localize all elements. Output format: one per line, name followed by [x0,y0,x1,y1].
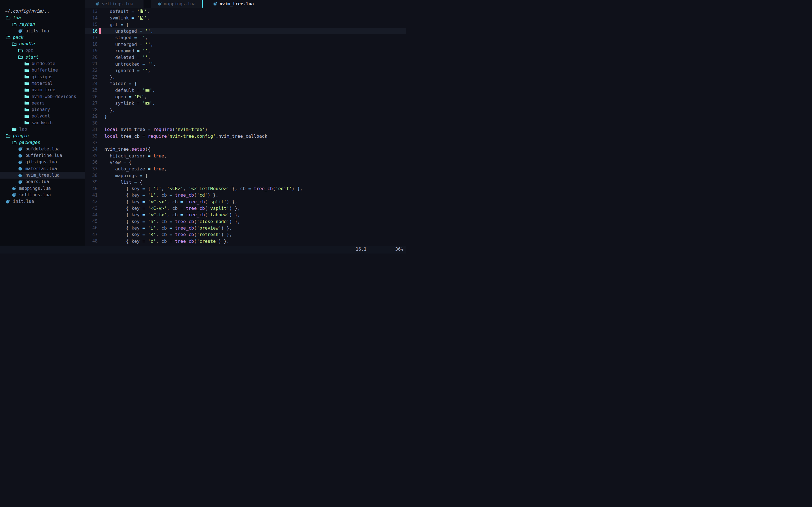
nvim-window: ~/.config/nvim/.. luareyhanutils.luapack… [0,0,406,253]
tree-item-nvim-tree[interactable]: nvim-tree [0,87,85,93]
code-line-44[interactable]: 44 { key = '<C-t>', cb = tree_cb('tabnew… [85,212,406,218]
tree-item-init.lua[interactable]: init.lua [0,198,85,205]
code-line-13[interactable]: 13 default = '', [85,8,406,15]
code-line-26[interactable]: 26 open = '', [85,94,406,100]
tree-item-bufferline.lua[interactable]: bufferline.lua [0,152,85,159]
code-line-34[interactable]: 34nvim_tree.setup({ [85,146,406,152]
code-text: list = { [104,179,406,185]
folder-symlink-icon [145,101,150,105]
tree-item-label: material.lua [26,166,57,171]
code-line-47[interactable]: 47 { key = 'R', cb = tree_cb('refresh') … [85,231,406,238]
tree-item-bufdelete.lua[interactable]: bufdelete.lua [0,146,85,152]
code-line-29[interactable]: 29} [85,113,406,120]
code-line-46[interactable]: 46 { key = 'i', cb = tree_cb('preview') … [85,225,406,231]
code-editor[interactable]: 13 default = '',14 symlink = '',15 git =… [85,8,406,245]
line-number: 28 [85,107,98,112]
tree-item-bufdelete[interactable]: bufdelete [0,60,85,67]
tab-nvim_tree.lua[interactable]: nvim_tree.lua [203,0,264,8]
code-text: git = { [104,22,406,27]
code-line-33[interactable]: 33 [85,139,406,146]
code-line-36[interactable]: 36 view = { [85,159,406,166]
code-line-15[interactable]: 15 git = { [85,21,406,28]
code-line-24[interactable]: 24 folder = { [85,80,406,87]
code-line-30[interactable]: 30 [85,120,406,126]
tree-item-gitsigns[interactable]: gitsigns [0,73,85,80]
code-text: { key = 'c', cb = tree_cb('create') }, [104,238,406,244]
code-line-32[interactable]: 32local tree_cb = require'nvim-tree.conf… [85,133,406,139]
tree-item-material.lua[interactable]: material.lua [0,165,85,172]
folder-open-icon [12,140,17,145]
code-text: }, [104,74,406,80]
code-text: { key = '<C-s>', cb = tree_cb('split') }… [104,199,406,205]
code-line-14[interactable]: 14 symlink = '', [85,15,406,21]
tree-item-bufferline[interactable]: bufferline [0,67,85,73]
folder-open-icon [6,15,10,20]
code-line-48[interactable]: 48 { key = 'c', cb = tree_cb('create') }… [85,238,406,244]
statusline: 16,1 36% [0,245,406,253]
tree-item-utils.lua[interactable]: utils.lua [0,27,85,34]
line-number: 32 [85,133,98,138]
code-line-27[interactable]: 27 symlink = '', [85,100,406,107]
line-number: 41 [85,193,98,198]
tree-item-sandwich[interactable]: sandwich [0,119,85,126]
code-line-41[interactable]: 41 { key = 'L', cb = tree_cb('cd') }, [85,192,406,198]
tree-item-polygot[interactable]: polygot [0,113,85,119]
folder-closed-icon [24,114,29,119]
tree-item-nvim-web-devicons[interactable]: nvim-web-devicons [0,93,85,100]
tree-item-label: gitsigns.lua [26,159,57,165]
code-line-43[interactable]: 43 { key = '<C-v>', cb = tree_cb('vsplit… [85,205,406,212]
tree-item-label: lab [19,127,27,132]
code-line-42[interactable]: 42 { key = '<C-s>', cb = tree_cb('split'… [85,199,406,205]
tab-bar: settings.luamappings.lua nvim_tree.lua [85,0,406,8]
code-line-19[interactable]: 19 renamed = '', [85,48,406,54]
tab-mappings.lua[interactable]: mappings.lua [151,0,202,8]
code-text: nvim_tree.setup({ [104,147,406,152]
code-line-16[interactable]: 16 unstaged = '', [85,28,406,34]
tree-item-nvim_tree.lua[interactable]: nvim_tree.lua [0,172,85,178]
tree-item-plenary[interactable]: plenary [0,106,85,113]
tree-item-bundle[interactable]: bundle [0,41,85,47]
tree-item-material[interactable]: material [0,80,85,87]
folder-open-icon [12,22,17,27]
folder-open-icon [6,35,10,40]
code-line-20[interactable]: 20 deleted = '', [85,54,406,61]
code-line-40[interactable]: 40 { key = { 'l', '<CR>', '<2-LeftMouse>… [85,185,406,192]
tree-item-opt[interactable]: opt [0,47,85,54]
tree-item-plugin[interactable]: plugin [0,133,85,139]
code-line-28[interactable]: 28 }, [85,107,406,113]
folder-closed-icon [24,94,29,99]
tree-item-lab[interactable]: lab [0,126,85,132]
code-line-17[interactable]: 17 staged = '', [85,34,406,41]
tree-item-settings.lua[interactable]: settings.lua [0,191,85,198]
code-text: default = '', [104,88,406,93]
tree-item-pears.lua[interactable]: pears.lua [0,179,85,185]
code-text: hijack_cursor = true, [104,153,406,159]
code-line-39[interactable]: 39 list = { [85,179,406,185]
tree-item-start[interactable]: start [0,54,85,60]
tree-item-mappings.lua[interactable]: mappings.lua [0,185,85,191]
tree-item-pears[interactable]: pears [0,100,85,106]
code-line-38[interactable]: 38 mappings = { [85,172,406,179]
code-line-37[interactable]: 37 auto_resize = true, [85,166,406,172]
tree-item-packages[interactable]: packages [0,139,85,146]
code-line-18[interactable]: 18 unmerged = '', [85,41,406,47]
lua-file-icon [12,192,17,197]
code-line-21[interactable]: 21 untracked = '', [85,61,406,67]
tree-item-label: bundle [19,41,35,47]
tree-item-gitsigns.lua[interactable]: gitsigns.lua [0,159,85,165]
code-line-23[interactable]: 23 }, [85,74,406,80]
code-text: folder = { [104,81,406,86]
code-line-25[interactable]: 25 default = '', [85,87,406,94]
tree-item-pack[interactable]: pack [0,34,85,41]
tab-settings.lua[interactable]: settings.lua [85,0,144,8]
code-line-31[interactable]: 31local nvim_tree = require('nvim-tree') [85,126,406,133]
code-line-35[interactable]: 35 hijack_cursor = true, [85,153,406,159]
lua-file-icon [18,153,23,158]
tree-item-lua[interactable]: lua [0,14,85,21]
code-line-22[interactable]: 22 ignored = '', [85,67,406,74]
code-line-45[interactable]: 45 { key = 'h', cb = tree_cb('close_node… [85,218,406,225]
tree-item-label: bufferline.lua [26,153,62,158]
tree-item-reyhan[interactable]: reyhan [0,21,85,27]
line-number: 45 [85,219,98,224]
tree-root-path[interactable]: ~/.config/nvim/.. [0,8,85,14]
